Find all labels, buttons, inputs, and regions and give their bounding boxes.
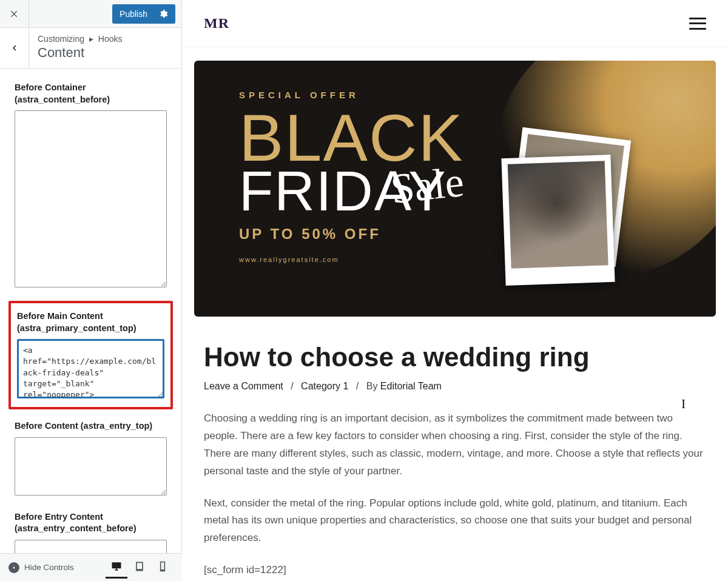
chevron-right-icon: ▸ (89, 34, 93, 44)
polaroid-photo (501, 155, 615, 286)
menu-toggle-button[interactable] (689, 18, 706, 30)
promo-banner[interactable]: SPECIAL OFFER BLACK FRIDAY Sale UP TO 50… (194, 61, 716, 317)
breadcrumb-row: Customizing ▸ Hooks Content (0, 28, 181, 69)
site-logo[interactable]: MR (204, 15, 229, 32)
banner-sale: Sale (388, 158, 466, 213)
panel-title: Content (38, 45, 123, 61)
article-meta: Leave a Comment / Category 1 / By Editor… (204, 381, 706, 392)
by-label: By (366, 381, 378, 391)
before-content-textarea[interactable] (15, 437, 167, 495)
breadcrumb: Customizing ▸ Hooks (38, 34, 123, 44)
hide-controls-label: Hide Controls (24, 563, 74, 572)
publish-button[interactable]: Publish (112, 4, 175, 24)
article-paragraph: Choosing a wedding ring is an important … (204, 410, 706, 480)
device-desktop-button[interactable] (106, 557, 127, 579)
article-title: How to choose a wedding ring (204, 342, 706, 372)
before-container-textarea[interactable] (15, 110, 167, 287)
breadcrumb-parent[interactable]: Hooks (98, 34, 123, 44)
before-main-content-textarea[interactable] (17, 339, 164, 398)
field-before-main-content: Before Main Content (astra_primary_conte… (17, 311, 164, 401)
gear-icon (158, 9, 168, 19)
hamburger-icon (689, 18, 706, 19)
device-preview-bar: Hide Controls (0, 553, 182, 581)
field-before-container: Before Container (astra_content_before) (15, 82, 167, 290)
field-label: Before Content (astra_entry_top) (15, 420, 167, 432)
customizer-sidebar: Publish Customizing ▸ Hooks Content (0, 0, 182, 581)
device-mobile-button[interactable] (152, 557, 174, 579)
field-before-content: Before Content (astra_entry_top) (15, 420, 167, 498)
site-preview[interactable]: MR SPECIAL OFFER BLACK FRIDAY Sale UP TO… (182, 0, 728, 581)
banner-site-url: www.reallygreatsite.com (239, 256, 464, 263)
collapse-icon (8, 562, 19, 573)
back-button[interactable] (0, 28, 29, 68)
article-content: How to choose a wedding ring Leave a Com… (182, 317, 728, 581)
close-customizer-button[interactable] (0, 0, 29, 28)
banner-special-offer: SPECIAL OFFER (239, 90, 464, 100)
chevron-left-icon (9, 42, 20, 53)
desktop-icon (110, 560, 123, 573)
hide-controls-button[interactable]: Hide Controls (5, 560, 78, 576)
breadcrumb-root[interactable]: Customizing (38, 34, 84, 44)
field-label: Before Main Content (astra_primary_conte… (17, 311, 164, 334)
highlighted-field: Before Main Content (astra_primary_conte… (8, 301, 173, 409)
shortcode-text: [sc_form id=1222] (204, 562, 706, 579)
sidebar-top-bar: Publish (0, 0, 181, 28)
device-tablet-button[interactable] (129, 557, 150, 579)
field-label: Before Container (astra_content_before) (15, 82, 167, 106)
publish-label: Publish (120, 9, 147, 19)
leave-comment-link[interactable]: Leave a Comment (204, 381, 283, 391)
mobile-icon (157, 560, 169, 573)
tablet-icon (133, 560, 146, 573)
publish-settings-gear[interactable] (158, 9, 168, 19)
site-header: MR (182, 0, 728, 47)
article-paragraph: Next, consider the metal of the ring. Po… (204, 495, 706, 548)
field-label: Before Entry Content (astra_entry_conten… (15, 511, 167, 535)
controls-body[interactable]: Before Container (astra_content_before) … (0, 69, 181, 581)
banner-upto: UP TO 50% OFF (239, 226, 464, 243)
banner-black: BLACK (239, 107, 464, 167)
author-link[interactable]: Editorial Team (380, 381, 442, 391)
category-link[interactable]: Category 1 (301, 381, 348, 391)
close-icon (10, 9, 19, 19)
banner-photos (504, 139, 643, 309)
